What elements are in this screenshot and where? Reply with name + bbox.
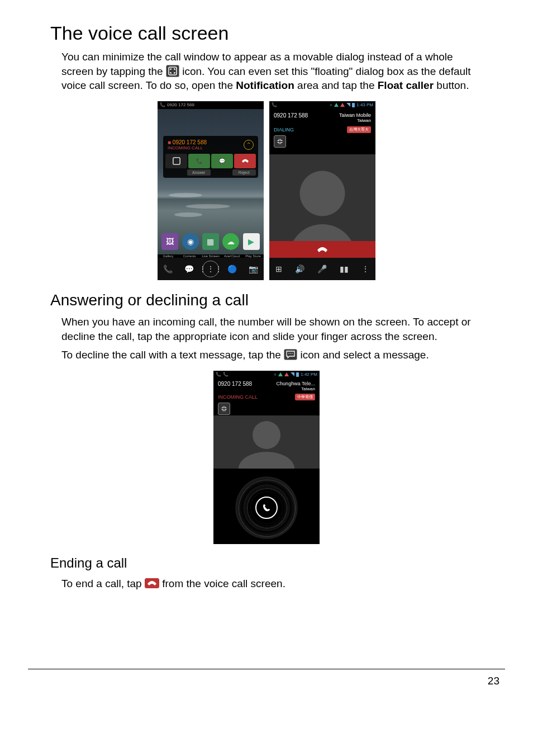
carrier-badge: 台灣大哥大 [347,126,371,133]
hold-icon[interactable]: ▮▮ [340,264,349,273]
heading-ending: Ending a call [50,555,483,571]
carrier-name: Taiwan Mobile [339,112,371,118]
call-number: 0920 172 588 [274,112,308,123]
text: icon and select a message. [300,349,429,361]
more-icon[interactable]: ⋮ [361,264,369,273]
answer-ring[interactable] [213,471,320,544]
dialpad-icon[interactable]: ⊞ [275,264,282,273]
text: area and tap the [297,79,378,91]
app-dock: 🖼 ◉ ▦ ☁ ▶ [158,230,264,253]
answer-label: Answer [187,169,211,176]
screenshot-dialing: 📞 ⟐ 1:43 PM 0920 172 588 Taiwan Mobile T… [269,101,375,280]
message-icon [284,349,297,360]
text: from the voice call screen. [162,578,285,589]
incoming-label: INCOMING CALL [218,394,258,400]
phone-answer-icon[interactable] [255,497,278,519]
screenshot-incoming-call: 📞📞 ⟐ 1:42 PM 0920 172 588 Chunghwa Tele.… [213,371,320,544]
minimize-icon[interactable] [218,403,230,415]
float-number: 0920 172 588 [173,139,207,145]
paragraph-decline-message: To decline the call with a text message,… [61,348,483,362]
screenshot-float-caller-home: 📞0920 172 588 ■ 0920 172 588 INCOMING CA… [158,101,264,280]
footer-rule [28,669,505,669]
status-bar: 📞0920 172 588 [158,101,264,109]
status-bar: 📞 ⟐ 1:43 PM [269,101,375,109]
acercloud-app-icon[interactable]: ☁ [222,233,239,250]
page-number: 23 [28,675,505,687]
svg-point-3 [290,353,291,354]
heading-answering: Answering or declining a call [50,291,483,309]
dialing-label: DIALING [274,127,294,133]
call-header: 0920 172 588 Chunghwa Tele... Taiwan INC… [213,379,320,417]
reject-button[interactable] [234,154,256,168]
chrome-nav-icon[interactable]: 🔵 [225,261,240,277]
phone-icon: 📞 [160,102,165,107]
bold-notification: Notification [236,79,294,91]
camera-nav-icon[interactable]: 📷 [245,261,261,277]
text: To end a call, tap [61,578,145,589]
gallery-app-icon[interactable]: 🖼 [161,233,178,250]
nav-bar: 📞 💬 ⋮⋮⋮ 🔵 📷 [158,258,264,280]
figure-voice-call-screens: 📞0920 172 588 ■ 0920 172 588 INCOMING CA… [50,101,483,280]
end-call-button[interactable] [269,241,375,258]
apps-nav-icon[interactable]: ⋮⋮⋮ [202,261,219,277]
call-number: 0920 172 588 [218,381,252,391]
status-number: 0920 172 588 [167,102,194,107]
carrier-badge: 中華電信 [295,394,315,400]
minimize-icon[interactable] [274,135,286,148]
phone-nav-icon[interactable]: 📞 [160,261,176,277]
float-caller-dialog[interactable]: ■ 0920 172 588 INCOMING CALL ⌃ 📞 💬 Answe… [163,136,258,178]
paragraph-answering: When you have an incoming call, the numb… [61,315,483,343]
text: button. [436,79,469,91]
message-nav-icon[interactable]: 💬 [181,261,197,277]
end-call-icon [145,578,159,588]
svg-point-2 [288,353,289,354]
currents-app-icon[interactable]: ◉ [182,233,199,250]
contact-placeholder [213,415,320,469]
message-button[interactable]: 💬 [211,154,233,168]
status-bar: 📞📞 ⟐ 1:42 PM [213,371,320,379]
paragraph-minimize: You can minimize the call window to appe… [61,50,483,93]
expand-icon[interactable]: ⌃ [244,140,254,150]
call-toolbar: ⊞ 🔊 🎤 ▮▮ ⋮ [269,258,375,280]
paragraph-ending: To end a call, tap from the voice call s… [61,577,483,591]
playstore-app-icon[interactable]: ▶ [243,233,260,250]
contact-placeholder [269,154,375,252]
svg-point-4 [292,353,293,354]
bold-float-caller: Float caller [378,79,434,91]
livescreen-app-icon[interactable]: ▦ [202,233,219,250]
answer-button[interactable]: 📞 [188,154,210,168]
carrier-region: Taiwan [277,386,315,391]
mute-icon[interactable]: 🎤 [317,264,327,273]
call-header: 0920 172 588 Taiwan Mobile Taiwan DIALIN… [269,109,375,151]
carrier-name: Chunghwa Tele... [277,381,315,386]
carrier-region: Taiwan [339,118,371,123]
page-title: The voice call screen [50,22,483,44]
float-subtitle: INCOMING CALL [168,145,207,150]
minimize-arrows-icon [166,65,179,77]
minimize-button[interactable] [165,154,187,168]
text: To decline the call with a text message,… [61,349,284,361]
speaker-icon[interactable]: 🔊 [295,264,304,273]
figure-incoming-call: 📞📞 ⟐ 1:42 PM 0920 172 588 Chunghwa Tele.… [50,371,483,544]
svg-rect-0 [169,67,177,75]
svg-rect-1 [173,158,179,164]
reject-label: Reject [232,169,256,176]
status-time: 1:42 PM [301,372,317,377]
status-time: 1:43 PM [356,102,373,107]
